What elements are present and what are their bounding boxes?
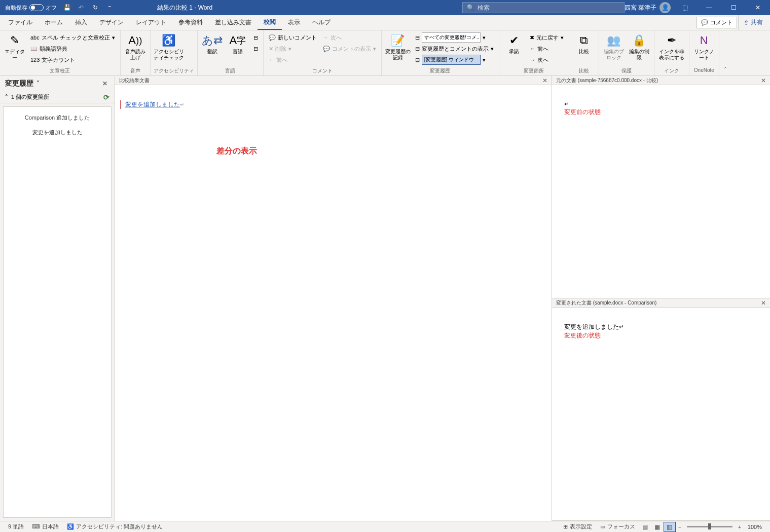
group-ink: ✒インクを非表示にする インク xyxy=(654,30,689,75)
new-comment-button[interactable]: 💬新しいコメント xyxy=(267,32,319,43)
tab-design[interactable]: デザイン xyxy=(93,15,130,30)
tab-layout[interactable]: レイアウト xyxy=(130,15,172,30)
prev-comment-label: 前へ xyxy=(276,56,287,64)
tab-review[interactable]: 校閲 xyxy=(258,15,282,30)
readaloud-icon: A)) xyxy=(128,33,142,48)
zoom-out-button[interactable]: − xyxy=(676,524,684,530)
share-button[interactable]: ⇪共有 xyxy=(738,15,768,30)
prev-icon: ← xyxy=(530,46,535,52)
next-change-button[interactable]: →次へ xyxy=(528,55,566,65)
language-status[interactable]: ⌨日本語 xyxy=(28,523,63,530)
accessibility-button[interactable]: ♿アクセシビリティチェック xyxy=(154,31,184,61)
restrict-label: 編集の制限 xyxy=(628,49,651,61)
word-count-status[interactable]: 9 単語 xyxy=(4,523,28,530)
display-mode-value[interactable]: すべての変更履歴/コメ… xyxy=(422,32,481,43)
compare-pane-close-button[interactable]: ✕ xyxy=(542,77,547,84)
focus-mode-button[interactable]: ▭フォーカス xyxy=(596,523,639,530)
group-accessibility: ♿アクセシビリティチェック アクセシビリティ xyxy=(151,30,198,75)
show-markup-icon: ⊟ xyxy=(415,46,420,52)
search-icon: 🔍 xyxy=(467,4,474,11)
group-accessibility-label: アクセシビリティ xyxy=(154,67,194,75)
display-mode-combo[interactable]: ⊟すべての変更履歴/コメ…▾ xyxy=(413,32,496,43)
revised-document-surface[interactable]: 変更を追加しました↵ 変更後の状態 xyxy=(552,308,770,520)
reviewing-pane-value[interactable]: [変更履歴] ウィンドウ xyxy=(422,55,481,65)
lang-opt1-button[interactable]: ⊟ xyxy=(251,32,260,43)
revisions-dropdown-button[interactable]: ˅ xyxy=(33,80,43,87)
close-button[interactable]: ✕ xyxy=(748,0,768,15)
focus-label: フォーカス xyxy=(607,523,635,530)
track-changes-button[interactable]: 📝変更履歴の記録 xyxy=(385,31,411,61)
revisions-close-button[interactable]: ✕ xyxy=(100,80,109,87)
restrict-editing-button[interactable]: 🔒編集の制限 xyxy=(628,31,651,61)
accessibility-status[interactable]: ♿アクセシビリティ: 問題ありません xyxy=(63,523,167,530)
thesaurus-label: 類義語辞典 xyxy=(40,45,67,53)
delete-comment-button[interactable]: ✕削除▾ xyxy=(267,44,319,54)
spellcheck-button[interactable]: abcスペル チェックと文章校正▾ xyxy=(28,32,117,43)
collapse-ribbon-button[interactable]: ˄ xyxy=(719,30,731,75)
editor-button[interactable]: ✎エディター xyxy=(3,31,26,61)
zoom-level[interactable]: 100% xyxy=(744,524,766,530)
block-authors-button[interactable]: 👥編集のブロック xyxy=(602,31,626,61)
display-settings-button[interactable]: ⊞表示設定 xyxy=(559,523,596,530)
save-icon: 💾 xyxy=(63,4,71,11)
lang-opt2-button[interactable]: ⊟ xyxy=(251,44,260,54)
tab-mailings[interactable]: 差し込み文書 xyxy=(209,15,258,30)
original-document-surface[interactable]: ↵ 変更前の状態 xyxy=(552,85,770,298)
tab-view[interactable]: 表示 xyxy=(282,15,306,30)
reject-button[interactable]: ✖元に戻す▾ xyxy=(528,32,566,43)
qat-customize-button[interactable]: ⁼ xyxy=(102,1,117,15)
zoom-slider[interactable] xyxy=(687,526,732,527)
web-layout-button[interactable]: ▥ xyxy=(664,522,676,532)
linked-notes-button[interactable]: Nリンクノート xyxy=(692,31,716,61)
show-comments-button[interactable]: 💬コメントの表示▾ xyxy=(321,44,378,54)
compare-document-surface[interactable]: 変更を追加しました↵ 差分の表示 xyxy=(115,85,552,521)
print-layout-button[interactable]: ▦ xyxy=(651,522,664,532)
undo-button[interactable]: ↶ xyxy=(74,1,88,15)
wordcount-button[interactable]: 123文字カウント xyxy=(28,55,117,65)
show-markup-button[interactable]: ⊟変更履歴とコメントの表示▾ xyxy=(413,44,496,54)
prev-change-button[interactable]: ←前へ xyxy=(528,44,566,54)
redo-button[interactable]: ↻ xyxy=(88,1,102,15)
minimize-button[interactable]: — xyxy=(699,0,719,15)
compare-button[interactable]: ⧉比較 xyxy=(572,31,596,55)
search-box[interactable]: 🔍 検索 xyxy=(462,2,625,13)
revised-pane-close-button[interactable]: ✕ xyxy=(761,299,766,307)
ribbon-display-button[interactable]: ⬚ xyxy=(675,0,695,15)
read-mode-button[interactable]: ▤ xyxy=(639,522,651,532)
tab-home[interactable]: ホーム xyxy=(39,15,69,30)
avatar-icon: 👤 xyxy=(659,2,671,13)
translate-button[interactable]: あ⇄翻訳 xyxy=(201,31,224,55)
next-comment-label: 次へ xyxy=(331,34,342,42)
spellcheck-label: スペル チェックと文章校正 xyxy=(42,34,110,42)
zoom-in-button[interactable]: + xyxy=(736,524,744,530)
wordcount-label: 文字カウント xyxy=(42,56,75,64)
readaloud-button[interactable]: A))音声読み上げ xyxy=(124,31,147,61)
language-icon: A字 xyxy=(229,33,246,48)
reviewing-pane-button[interactable]: ⊟[変更履歴] ウィンドウ▾ xyxy=(413,55,496,65)
revision-text[interactable]: 変更を追加しました xyxy=(9,129,106,136)
group-changes-label: 変更箇所 xyxy=(502,67,566,75)
ribbon: ✎エディター abcスペル チェックと文章校正▾ 📖類義語辞典 123文字カウン… xyxy=(0,30,770,76)
ribbon-tabs: ファイル ホーム 挿入 デザイン レイアウト 参考資料 差し込み文書 校閲 表示… xyxy=(0,15,770,30)
language-button[interactable]: A字言語 xyxy=(226,31,249,55)
user-account[interactable]: 四宮 菜津子 👤 xyxy=(625,2,671,13)
tab-file[interactable]: ファイル xyxy=(2,15,39,30)
web-layout-icon: ▥ xyxy=(667,523,672,530)
refresh-button[interactable]: ⟳ xyxy=(103,93,109,101)
revisions-collapse-icon[interactable]: ˄ xyxy=(5,94,8,100)
tab-insert[interactable]: 挿入 xyxy=(69,15,93,30)
accept-button[interactable]: ✔承諾 xyxy=(502,31,526,55)
original-pane-close-button[interactable]: ✕ xyxy=(761,77,766,84)
maximize-button[interactable]: ☐ xyxy=(723,0,744,15)
prev-comment-button[interactable]: ←前へ xyxy=(267,55,319,65)
hide-ink-button[interactable]: ✒インクを非表示にする xyxy=(657,31,686,61)
thesaurus-button[interactable]: 📖類義語辞典 xyxy=(28,44,117,54)
inserted-text[interactable]: 変更を追加しました xyxy=(125,101,180,108)
autosave-toggle[interactable]: 自動保存 オフ xyxy=(2,4,60,12)
revision-author[interactable]: Comparison 追加しました xyxy=(9,114,106,122)
tab-references[interactable]: 参考資料 xyxy=(172,15,209,30)
save-button[interactable]: 💾 xyxy=(60,1,74,15)
comment-button[interactable]: 💬コメント xyxy=(696,17,737,28)
tab-help[interactable]: ヘルプ xyxy=(306,15,337,30)
next-comment-button[interactable]: →次へ xyxy=(321,32,378,43)
